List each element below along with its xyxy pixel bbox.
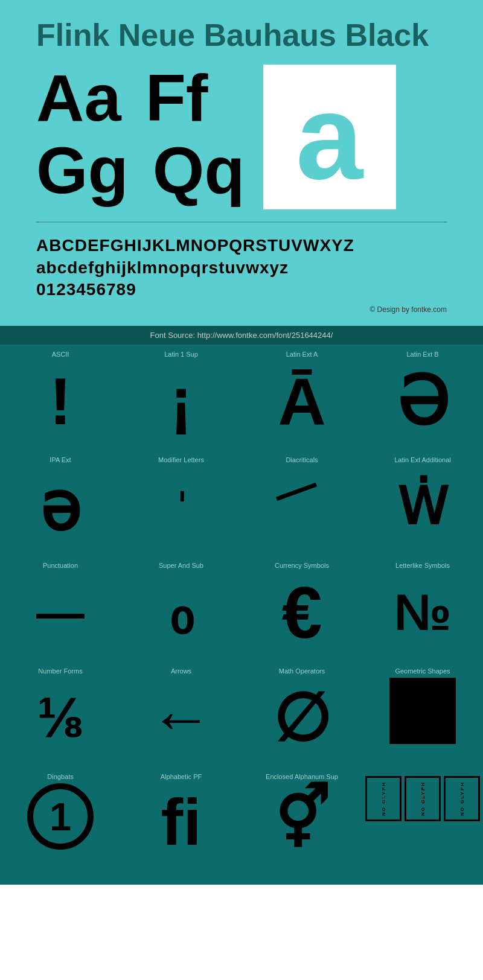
- enclosedalphanum-symbol: ⚥: [275, 783, 329, 854]
- superandsub-label: Super And Sub: [159, 562, 203, 569]
- currencysymbols-symbol: €: [282, 572, 322, 652]
- mathoperators-symbol: ∅: [273, 678, 331, 758]
- glyph-pair-qq: Qq: [153, 137, 245, 203]
- glyph-pairs: Aa Ff Gg Qq: [36, 65, 245, 203]
- font-source: Font Source: http://www.fontke.com/font/…: [0, 326, 483, 345]
- glyph-cell-dingbats: Dingbats 1: [0, 767, 121, 873]
- enclosedalphanum-label: Enclosed Alphanum Sup: [266, 773, 338, 780]
- latinextadd-label: Latin Ext Additional: [394, 456, 451, 463]
- glyph-hero: a: [296, 77, 363, 197]
- alphabeticpf-label: Alphabetic PF: [161, 773, 202, 780]
- diacriticals-symbol: —: [268, 462, 335, 552]
- latinexta-symbol: Ā: [278, 361, 325, 441]
- ipaext-label: IPA Ext: [50, 456, 71, 463]
- noglyph-text-2: NO GLYPH: [420, 781, 426, 816]
- noglyph-box-2: NO GLYPH: [405, 776, 441, 821]
- punctuation-label: Punctuation: [43, 562, 78, 569]
- letterlikesymbols-symbol: №: [394, 572, 452, 652]
- glyph-cell-noglyphs: NO GLYPH NO GLYPH NO GLYPH: [362, 767, 483, 873]
- ascii-symbol: !: [50, 361, 72, 441]
- glyph-pair-gg: Gg: [36, 137, 129, 203]
- geometricshapes-label: Geometric Shapes: [395, 667, 450, 675]
- alphabet-upper: ABCDEFGHIJKLMNOPQRSTUVWXYZ: [36, 235, 447, 256]
- superandsub-symbol: ₀: [169, 572, 193, 652]
- modletters-symbol: ˈ: [177, 466, 186, 547]
- latin1sup-symbol: ¡: [170, 361, 193, 441]
- mathoperators-label: Math Operators: [279, 667, 325, 675]
- glyph-cell-mathoperators: Math Operators ∅: [242, 661, 362, 767]
- alphabet-lower: abcdefghijklmnopqrstuvwxyz: [36, 257, 447, 279]
- latinextb-symbol: Ə: [397, 361, 449, 441]
- latin1sup-label: Latin 1 Sup: [164, 351, 198, 358]
- latinextb-label: Latin Ext B: [406, 351, 438, 358]
- modletters-label: Modifier Letters: [158, 456, 204, 463]
- numberforms-symbol: ⅛: [36, 678, 84, 758]
- glyph-cell-modletters: Modifier Letters ˈ: [121, 450, 242, 556]
- header-section: Flink Neue Bauhaus Black Aa Ff Gg Qq a A…: [0, 0, 483, 326]
- latinextadd-symbol: Ẇ: [397, 466, 448, 547]
- noglyph-box-3: NO GLYPH: [444, 776, 480, 821]
- arrows-label: Arrows: [171, 667, 191, 675]
- glyph-showcase: Aa Ff Gg Qq a: [36, 65, 447, 209]
- glyph-cell-geometricshapes: Geometric Shapes: [362, 661, 483, 767]
- glyph-pair-ff: Ff: [146, 65, 208, 131]
- glyph-cell-latin1sup: Latin 1 Sup ¡: [121, 345, 242, 450]
- numberforms-label: Number Forms: [38, 667, 82, 675]
- ascii-label: ASCII: [52, 351, 69, 358]
- arrows-symbol: ←: [150, 678, 213, 758]
- glyph-grid: ASCII ! Latin 1 Sup ¡ Latin Ext A Ā Lati…: [0, 345, 483, 873]
- glyph-row-2: Gg Qq: [36, 137, 245, 203]
- numbers: 0123456789: [36, 279, 447, 301]
- punctuation-symbol: —: [36, 572, 85, 652]
- dingbats-symbol: 1: [27, 783, 94, 850]
- noglyph-boxes: NO GLYPH NO GLYPH NO GLYPH: [365, 776, 480, 821]
- noglyph-text-3: NO GLYPH: [459, 781, 465, 816]
- ipaext-symbol: ə: [40, 466, 81, 547]
- bottom-section: Font Source: http://www.fontke.com/font/…: [0, 326, 483, 885]
- glyph-cell-superandsub: Super And Sub ₀: [121, 556, 242, 661]
- geometric-square: [389, 678, 456, 744]
- copyright: © Design by fontke.com: [36, 305, 447, 314]
- alphabet-section: ABCDEFGHIJKLMNOPQRSTUVWXYZ abcdefghijklm…: [36, 221, 447, 301]
- latinexta-label: Latin Ext A: [286, 351, 318, 358]
- glyph-cell-numberforms: Number Forms ⅛: [0, 661, 121, 767]
- glyph-cell-enclosedalphanum: Enclosed Alphanum Sup ⚥: [242, 767, 362, 873]
- glyph-cell-ipaext: IPA Ext ə: [0, 450, 121, 556]
- glyph-pair-aa: Aa: [36, 65, 121, 131]
- glyph-cell-latinextadd: Latin Ext Additional Ẇ: [362, 450, 483, 556]
- dingbats-label: Dingbats: [47, 773, 73, 780]
- glyph-cell-diacriticals: Diacriticals —: [242, 450, 362, 556]
- glyph-cell-arrows: Arrows ←: [121, 661, 242, 767]
- glyph-cell-latinextb: Latin Ext B Ə: [362, 345, 483, 450]
- glyph-cell-letterlikesymbols: Letterlike Symbols №: [362, 556, 483, 661]
- alphabeticpf-symbol: ﬁ: [161, 783, 201, 860]
- glyph-row-1: Aa Ff: [36, 65, 245, 131]
- noglyph-box-1: NO GLYPH: [365, 776, 401, 821]
- glyph-cell-latinexta: Latin Ext A Ā: [242, 345, 362, 450]
- glyph-cell-currencysymbols: Currency Symbols €: [242, 556, 362, 661]
- letterlikesymbols-label: Letterlike Symbols: [395, 562, 450, 569]
- glyph-cell-ascii: ASCII !: [0, 345, 121, 450]
- noglyph-text-1: NO GLYPH: [381, 781, 386, 816]
- glyph-hero-box: a: [263, 65, 396, 209]
- glyph-cell-alphabeticpf: Alphabetic PF ﬁ: [121, 767, 242, 873]
- font-title: Flink Neue Bauhaus Black: [36, 18, 447, 52]
- glyph-cell-punctuation: Punctuation —: [0, 556, 121, 661]
- currencysymbols-label: Currency Symbols: [275, 562, 329, 569]
